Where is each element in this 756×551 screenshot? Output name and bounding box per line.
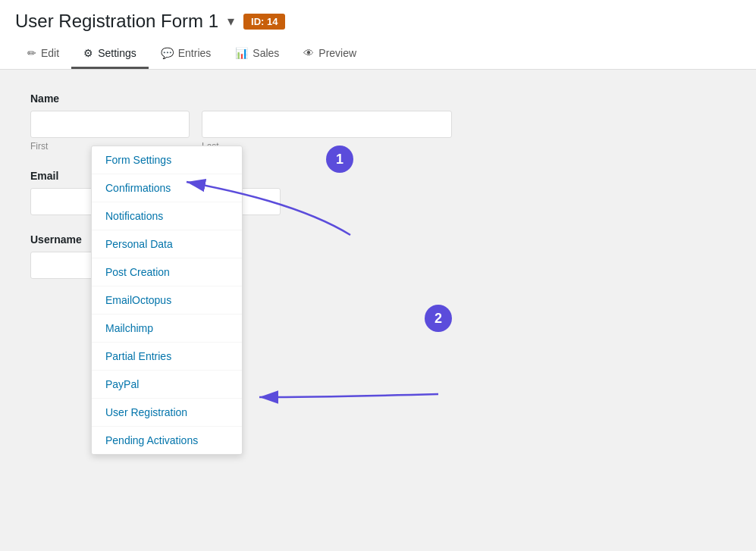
- dropdown-item-pending-activations[interactable]: Pending Activations: [92, 427, 242, 454]
- tab-entries[interactable]: 💬 Entries: [149, 39, 224, 69]
- name-label: Name: [30, 92, 741, 105]
- dropdown-item-mailchimp[interactable]: Mailchimp: [92, 315, 242, 343]
- title-row: User Registration Form 1 ▾ ID: 14: [15, 11, 741, 39]
- tab-preview[interactable]: 👁 Preview: [291, 39, 369, 69]
- tab-preview-label: Preview: [318, 47, 356, 59]
- dropdown-item-paypal[interactable]: PayPal: [92, 371, 242, 399]
- first-name-input[interactable]: [30, 111, 190, 138]
- title-dropdown-icon[interactable]: ▾: [227, 13, 234, 30]
- tab-settings[interactable]: ⚙ Settings: [71, 39, 149, 69]
- page-header: User Registration Form 1 ▾ ID: 14 ✏ Edit…: [0, 0, 756, 70]
- settings-icon: ⚙: [83, 47, 93, 59]
- sales-icon: 📊: [235, 47, 248, 59]
- tab-edit-label: Edit: [41, 47, 59, 59]
- dropdown-item-emailoctopus[interactable]: EmailOctopus: [92, 286, 242, 315]
- name-field-group: Name First Last: [30, 92, 741, 152]
- annotation-1: 1: [326, 146, 353, 173]
- tab-settings-label: Settings: [98, 47, 136, 59]
- dropdown-item-confirmations[interactable]: Confirmations: [92, 174, 242, 202]
- id-badge: ID: 14: [243, 14, 285, 30]
- dropdown-item-partial-entries[interactable]: Partial Entries: [92, 343, 242, 371]
- dropdown-item-user-registration[interactable]: User Registration: [92, 399, 242, 427]
- dropdown-item-form-settings[interactable]: Form Settings: [92, 146, 242, 174]
- edit-icon: ✏: [27, 47, 36, 59]
- tab-nav: ✏ Edit ⚙ Settings 💬 Entries 📊 Sales 👁 Pr…: [15, 39, 741, 69]
- dropdown-item-notifications[interactable]: Notifications: [92, 202, 242, 230]
- last-name-input[interactable]: [202, 111, 452, 138]
- dropdown-item-personal-data[interactable]: Personal Data: [92, 230, 242, 258]
- tab-entries-label: Entries: [178, 47, 212, 59]
- dropdown-item-post-creation[interactable]: Post Creation: [92, 258, 242, 286]
- main-content: Name First Last Email Username Form Sett…: [0, 70, 756, 524]
- preview-icon: 👁: [303, 47, 314, 59]
- tab-edit[interactable]: ✏ Edit: [15, 39, 71, 69]
- page-title: User Registration Form 1: [15, 11, 218, 32]
- tab-sales[interactable]: 📊 Sales: [223, 39, 291, 69]
- annotation-2: 2: [425, 305, 452, 332]
- tab-sales-label: Sales: [253, 47, 279, 59]
- settings-dropdown-menu: Form Settings Confirmations Notification…: [91, 146, 243, 455]
- entries-icon: 💬: [161, 47, 174, 59]
